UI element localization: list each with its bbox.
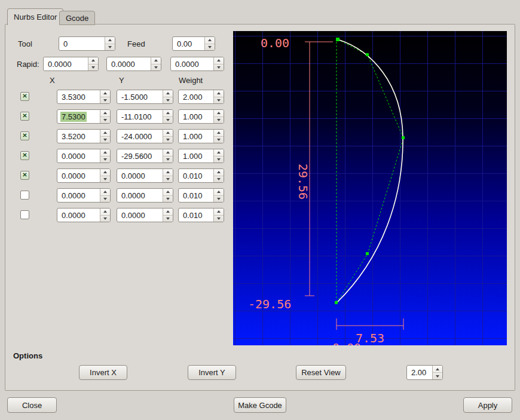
point-2-y-spinbox[interactable]: -11.0100 <box>117 109 173 124</box>
spin-up-button[interactable] <box>214 90 224 97</box>
spin-up-button[interactable] <box>163 130 173 136</box>
spin-down-button[interactable] <box>88 64 98 71</box>
tool-value[interactable]: 0 <box>59 37 105 50</box>
point-7-x-spinbox[interactable]: 0.0000 <box>57 208 111 222</box>
tab-nurbs-editor[interactable]: Nurbs Editor <box>7 8 63 25</box>
spin-up-button[interactable] <box>105 37 115 44</box>
spin-up-button[interactable] <box>100 209 110 215</box>
point-6-y-spinbox[interactable]: 0.0000 <box>117 188 173 203</box>
spin-down-button[interactable] <box>100 215 110 222</box>
point-4-weight-value[interactable]: 1.000 <box>179 149 213 163</box>
spin-down-button[interactable] <box>163 176 173 183</box>
point-6-weight-value[interactable]: 0.010 <box>179 189 213 202</box>
spin-down-button[interactable] <box>100 97 110 104</box>
spin-up-button[interactable] <box>214 149 224 156</box>
rapid-x-value[interactable]: 0.0000 <box>44 57 88 70</box>
point-4-checkbox[interactable] <box>20 151 29 160</box>
spin-up-button[interactable] <box>214 189 224 195</box>
scale-value[interactable]: 2.00 <box>407 366 432 379</box>
spin-down-button[interactable] <box>214 117 224 124</box>
spin-up-button[interactable] <box>100 110 110 117</box>
control-point-marker[interactable] <box>366 53 369 56</box>
spin-down-button[interactable] <box>214 215 224 222</box>
point-4-y-value[interactable]: -29.5600 <box>117 149 163 163</box>
spin-down-button[interactable] <box>100 136 110 143</box>
control-point-marker[interactable] <box>366 252 369 255</box>
point-5-checkbox[interactable] <box>20 171 29 180</box>
tab-gcode[interactable]: Gcode <box>59 11 95 25</box>
point-6-x-value[interactable]: 0.0000 <box>57 189 100 202</box>
spin-up-button[interactable] <box>163 209 173 215</box>
spin-up-button[interactable] <box>163 189 173 195</box>
spin-down-button[interactable] <box>214 136 224 143</box>
invert-y-button[interactable]: Invert Y <box>188 365 236 380</box>
scale-spinbox[interactable]: 2.00 <box>406 365 443 380</box>
point-5-weight-spinbox[interactable]: 0.010 <box>178 168 224 183</box>
spin-up-button[interactable] <box>214 130 224 136</box>
spin-up-button[interactable] <box>433 366 442 372</box>
point-5-y-spinbox[interactable]: 0.0000 <box>117 168 173 183</box>
point-4-x-value[interactable]: 0.0000 <box>57 149 100 163</box>
spin-up-button[interactable] <box>100 130 110 136</box>
spin-up-button[interactable] <box>214 110 224 117</box>
spin-down-button[interactable] <box>163 136 173 143</box>
reset-view-button[interactable]: Reset View <box>296 365 346 380</box>
spin-up-button[interactable] <box>100 169 110 176</box>
spin-up-button[interactable] <box>100 90 110 97</box>
point-5-y-value[interactable]: 0.0000 <box>117 169 163 182</box>
spin-up-button[interactable] <box>163 110 173 117</box>
spin-down-button[interactable] <box>163 117 173 124</box>
point-2-checkbox[interactable] <box>20 112 29 121</box>
point-7-y-spinbox[interactable]: 0.0000 <box>117 208 173 222</box>
point-7-y-value[interactable]: 0.0000 <box>117 209 163 222</box>
point-7-x-value[interactable]: 0.0000 <box>57 209 100 222</box>
point-3-x-spinbox[interactable]: 3.5200 <box>57 129 111 143</box>
point-4-x-spinbox[interactable]: 0.0000 <box>57 149 111 163</box>
spin-down-button[interactable] <box>100 195 110 203</box>
point-2-x-spinbox[interactable]: 7.5300 <box>57 109 111 124</box>
control-point-marker[interactable] <box>336 38 339 41</box>
point-1-y-spinbox[interactable]: -1.5000 <box>117 90 173 104</box>
spin-up-button[interactable] <box>151 57 161 64</box>
control-point-marker[interactable] <box>335 301 338 304</box>
point-3-checkbox[interactable] <box>20 131 29 140</box>
spin-down-button[interactable] <box>100 117 110 124</box>
point-5-x-spinbox[interactable]: 0.0000 <box>57 168 111 183</box>
point-7-weight-spinbox[interactable]: 0.010 <box>178 208 224 222</box>
spin-down-button[interactable] <box>105 44 115 51</box>
point-1-weight-value[interactable]: 2.000 <box>179 90 213 103</box>
point-4-weight-spinbox[interactable]: 1.000 <box>178 149 224 163</box>
point-6-weight-spinbox[interactable]: 0.010 <box>178 188 224 203</box>
point-1-checkbox[interactable] <box>20 92 29 101</box>
point-3-y-spinbox[interactable]: -24.0000 <box>117 129 173 143</box>
spin-down-button[interactable] <box>151 64 161 71</box>
point-3-x-value[interactable]: 3.5200 <box>57 130 100 143</box>
tool-spinbox[interactable]: 0 <box>59 36 115 51</box>
point-1-y-value[interactable]: -1.5000 <box>117 90 163 103</box>
point-4-y-spinbox[interactable]: -29.5600 <box>117 149 173 163</box>
spin-down-button[interactable] <box>100 156 110 163</box>
point-3-weight-value[interactable]: 1.000 <box>179 130 213 143</box>
spin-up-button[interactable] <box>163 149 173 156</box>
point-2-weight-spinbox[interactable]: 1.000 <box>178 109 224 124</box>
feed-spinbox[interactable]: 0.00 <box>172 36 215 51</box>
spin-up-button[interactable] <box>100 189 110 195</box>
spin-down-button[interactable] <box>163 97 173 104</box>
point-7-weight-value[interactable]: 0.010 <box>179 209 213 222</box>
spin-up-button[interactable] <box>214 57 224 64</box>
make-gcode-button[interactable]: Make Gcode <box>234 397 286 413</box>
close-button[interactable]: Close <box>7 397 57 413</box>
spin-up-button[interactable] <box>205 37 215 44</box>
spin-down-button[interactable] <box>214 195 224 203</box>
spin-up-button[interactable] <box>88 57 98 64</box>
rapid-y-spinbox[interactable]: 0.0000 <box>106 57 161 71</box>
spin-down-button[interactable] <box>163 156 173 163</box>
point-5-x-value[interactable]: 0.0000 <box>57 169 100 182</box>
point-2-x-value[interactable]: 7.5300 <box>57 110 100 123</box>
spin-down-button[interactable] <box>205 44 215 51</box>
spin-up-button[interactable] <box>163 90 173 97</box>
spin-up-button[interactable] <box>163 169 173 176</box>
point-2-y-value[interactable]: -11.0100 <box>117 110 163 123</box>
point-1-x-spinbox[interactable]: 3.5300 <box>57 90 111 104</box>
spin-down-button[interactable] <box>163 195 173 203</box>
